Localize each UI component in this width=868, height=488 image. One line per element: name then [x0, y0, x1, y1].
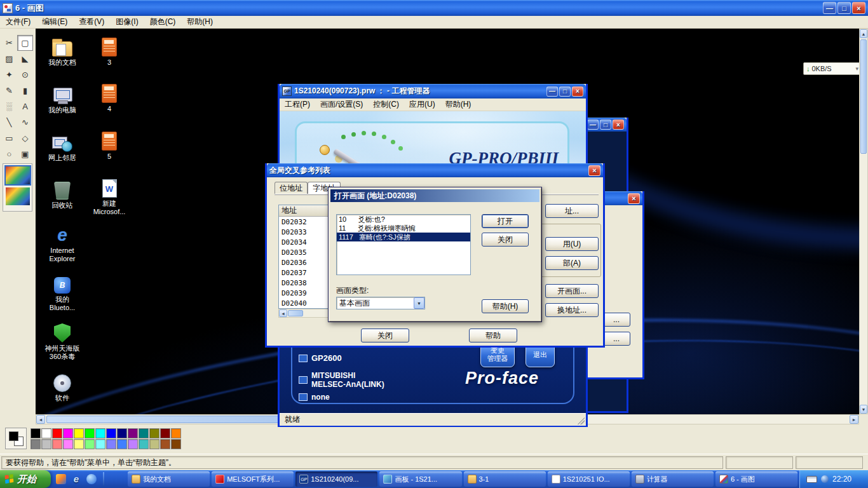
- color-swatch[interactable]: [139, 439, 149, 449]
- color-swatch[interactable]: [63, 439, 73, 449]
- close-icon[interactable]: ×: [588, 165, 600, 176]
- clock[interactable]: 22:20: [832, 475, 851, 484]
- scroll-left-arrow[interactable]: ◄: [279, 309, 287, 317]
- tool-color-picker[interactable]: ✦: [1, 67, 17, 83]
- base-address-button[interactable]: 址...: [545, 204, 599, 218]
- maximize-button[interactable]: □: [600, 119, 611, 130]
- tool-rounded-rectangle[interactable]: ▣: [17, 146, 33, 162]
- desktop-icon-software[interactable]: 软件: [38, 370, 86, 402]
- color-swatch[interactable]: [95, 439, 105, 449]
- color-swatch[interactable]: [171, 439, 181, 449]
- color-swatch[interactable]: [149, 428, 159, 438]
- chevron-down-icon[interactable]: ▼: [414, 297, 424, 309]
- task-3-1[interactable]: 3-1: [464, 471, 546, 487]
- option-transparent-selection[interactable]: [6, 187, 30, 205]
- close-button[interactable]: 关闭: [482, 233, 529, 247]
- desktop-icon-internet-explorer[interactable]: e Internet Explorer: [38, 223, 86, 263]
- list-item-selected[interactable]: 1117 塞畸(也?:SJ保掳: [337, 233, 470, 241]
- open-button[interactable]: 打开: [482, 214, 529, 228]
- desktop-icon-recycle-bin[interactable]: 回收站: [38, 178, 86, 210]
- table-row[interactable]: D02038: [279, 278, 332, 288]
- help-button[interactable]: 帮助(H): [482, 299, 529, 313]
- minimize-button[interactable]: —: [587, 119, 599, 130]
- color-swatch[interactable]: [149, 439, 159, 449]
- close-icon[interactable]: ×: [628, 193, 640, 204]
- tray-status-icon[interactable]: [821, 475, 829, 483]
- table-horizontal-scrollbar[interactable]: ◄: [278, 309, 333, 318]
- color-swatch[interactable]: [117, 428, 127, 438]
- table-row[interactable]: D02032: [279, 217, 332, 227]
- menu-edit[interactable]: 编辑(E): [36, 15, 73, 29]
- color-swatch[interactable]: [74, 439, 84, 449]
- menu-file[interactable]: 文件(F): [0, 15, 36, 29]
- open-screen-button[interactable]: 开画面...: [545, 284, 599, 298]
- cross-reference-titlebar[interactable]: 全局交叉参考列表 ×: [267, 163, 603, 177]
- color-swatch[interactable]: [41, 428, 51, 438]
- tool-curve[interactable]: ∿: [17, 114, 33, 130]
- table-row[interactable]: D02039: [279, 288, 332, 298]
- minimize-button[interactable]: —: [823, 2, 836, 14]
- net-speed-widget[interactable]: ↓ 0KB/S ▾: [803, 62, 859, 75]
- menu-utility[interactable]: 应用(U): [404, 98, 440, 111]
- color-swatch[interactable]: [128, 439, 138, 449]
- scroll-thumb[interactable]: [46, 416, 313, 423]
- color-swatch[interactable]: [85, 439, 95, 449]
- close-button[interactable]: ×: [613, 119, 624, 130]
- tool-rectangle[interactable]: ▭: [1, 130, 17, 146]
- desktop-icon-5[interactable]: 5: [85, 129, 133, 161]
- close-button[interactable]: ×: [572, 86, 583, 97]
- table-row[interactable]: D02034: [279, 237, 332, 247]
- scroll-right-arrow[interactable]: ►: [850, 415, 858, 424]
- menu-project[interactable]: 工程(P): [280, 98, 315, 111]
- convert-address-button[interactable]: 换地址...: [545, 303, 599, 317]
- tool-line[interactable]: ╲: [1, 114, 17, 130]
- tool-ellipse[interactable]: ○: [1, 146, 17, 162]
- task-calculator[interactable]: 计算器: [632, 471, 714, 487]
- color-swatch[interactable]: [41, 439, 51, 449]
- color-swatch[interactable]: [160, 428, 170, 438]
- desktop-icon-bluetooth[interactable]: B 我的 Blueto...: [38, 272, 86, 312]
- color-swatch[interactable]: [52, 428, 62, 438]
- tool-fill[interactable]: ◣: [17, 51, 33, 67]
- scroll-left-arrow[interactable]: ◄: [36, 415, 45, 424]
- task-board[interactable]: 画板 - 1S21...: [379, 471, 461, 487]
- desktop-icon-4[interactable]: 4: [85, 81, 133, 113]
- menu-screen-setup[interactable]: 画面/设置(S): [315, 98, 368, 111]
- tool-pencil[interactable]: ✎: [1, 83, 17, 98]
- menu-colors[interactable]: 颜色(C): [144, 15, 182, 29]
- project-manager-titlebar[interactable]: GP 1S210240(090723).prw ： - 工程管理器 — □ ×: [280, 84, 586, 98]
- desktop-icon-my-documents[interactable]: 我的文档: [38, 35, 86, 67]
- desktop-icon-network[interactable]: 网上邻居: [38, 130, 86, 162]
- color-swatch[interactable]: [171, 428, 181, 438]
- tool-free-select[interactable]: ✂: [1, 35, 17, 51]
- tool-rect-select[interactable]: ▢: [17, 35, 33, 51]
- option-opaque-selection[interactable]: [6, 166, 30, 184]
- tab-bit-address[interactable]: 位地址: [275, 182, 308, 194]
- quicklaunch-app-icon[interactable]: [56, 474, 66, 484]
- desktop-icon-3[interactable]: 3: [85, 35, 133, 67]
- menu-control[interactable]: 控制(C): [368, 98, 404, 111]
- color-swatch[interactable]: [52, 439, 62, 449]
- scroll-thumb[interactable]: [860, 39, 867, 154]
- table-row[interactable]: D02035: [279, 247, 332, 257]
- help-button[interactable]: 帮助: [469, 329, 517, 342]
- table-row[interactable]: D02033: [279, 227, 332, 237]
- resize-grip[interactable]: [577, 417, 585, 424]
- close-button[interactable]: ×: [852, 2, 865, 14]
- desktop-icon-new-word-doc[interactable]: W 新建 Microsof...: [85, 176, 133, 216]
- color-swatch[interactable]: [31, 428, 41, 438]
- current-colors-box[interactable]: [5, 428, 27, 449]
- scroll-up-arrow[interactable]: ▲: [860, 29, 867, 38]
- start-button[interactable]: 开始: [0, 470, 51, 488]
- list-item[interactable]: 10 爻栃:也?: [337, 215, 470, 224]
- color-swatch[interactable]: [160, 439, 170, 449]
- maximize-button[interactable]: □: [559, 86, 571, 97]
- screen-list[interactable]: 10 爻栃:也? 11 爻栃:棉袄增枣昞惋 1117 塞畸(也?:SJ保掳: [336, 214, 471, 275]
- apply-button[interactable]: 用(U): [545, 237, 599, 251]
- minimize-button[interactable]: —: [546, 86, 558, 97]
- quicklaunch-sphere-icon[interactable]: [86, 474, 97, 484]
- task-1s210251[interactable]: 1S210251 IO...: [548, 471, 630, 487]
- color-swatch[interactable]: [128, 428, 138, 438]
- color-swatch[interactable]: [106, 439, 116, 449]
- menu-image[interactable]: 图像(I): [110, 15, 144, 29]
